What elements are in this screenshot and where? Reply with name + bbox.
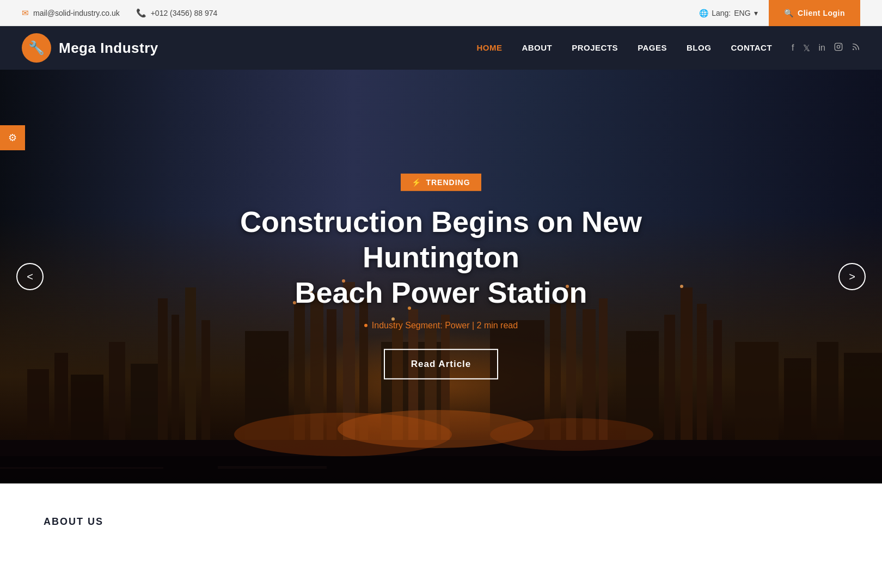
svg-rect-7 (71, 375, 103, 440)
read-article-button[interactable]: Read Article (384, 349, 499, 379)
nav-links: HOME ABOUT PROJECTS PAGES BLOG CONTACT (476, 43, 772, 53)
nav-item-about[interactable]: ABOUT (522, 43, 552, 53)
nav-item-blog[interactable]: BLOG (687, 43, 711, 53)
svg-rect-13 (201, 320, 210, 440)
svg-rect-6 (54, 353, 68, 440)
svg-rect-34 (713, 320, 722, 440)
svg-point-1 (837, 45, 840, 48)
client-login-label: Client Login (798, 9, 845, 17)
hero-meta: Industry Segment: Power | 2 min read (223, 321, 659, 330)
chevron-right-icon: > (849, 271, 855, 283)
nav-link-about[interactable]: ABOUT (522, 43, 552, 52)
svg-rect-31 (664, 315, 675, 440)
main-nav: 🔧 Mega Industry HOME ABOUT PROJECTS PAGE… (0, 26, 882, 70)
chevron-down-icon: ▾ (754, 9, 758, 17)
linkedin-icon[interactable]: in (819, 43, 825, 53)
read-article-label: Read Article (411, 359, 471, 369)
language-selector[interactable]: 🌐 Lang: ENG ▾ (699, 9, 757, 17)
slider-next-button[interactable]: > (838, 263, 866, 290)
svg-point-48 (680, 285, 683, 288)
svg-rect-33 (697, 304, 707, 440)
login-search-icon: 🔍 (784, 9, 794, 17)
phone-icon: 📞 (136, 8, 146, 18)
lang-current: ENG (734, 9, 750, 17)
hero-section: ⚡ TRENDING Construction Begins on New Hu… (0, 70, 882, 483)
svg-rect-9 (131, 364, 158, 440)
nav-link-contact[interactable]: CONTACT (731, 43, 772, 52)
svg-rect-10 (158, 298, 168, 440)
nav-item-pages[interactable]: PAGES (638, 43, 667, 53)
trending-label: TRENDING (426, 178, 470, 187)
top-bar-right: 🌐 Lang: ENG ▾ 🔍 Client Login (699, 0, 860, 26)
top-bar: ✉ mail@solid-industry.co.uk 📞 +012 (3456… (0, 0, 882, 26)
svg-rect-51 (218, 466, 327, 469)
svg-rect-49 (0, 456, 882, 483)
facebook-icon[interactable]: f (792, 43, 794, 53)
email-text: mail@solid-industry.co.uk (33, 9, 120, 17)
nav-link-projects[interactable]: PROJECTS (572, 43, 618, 52)
nav-link-blog[interactable]: BLOG (687, 43, 711, 52)
svg-rect-38 (844, 353, 882, 440)
svg-point-2 (840, 45, 841, 46)
hero-content: ⚡ TRENDING Construction Begins on New Hu… (223, 174, 659, 379)
svg-point-41 (490, 418, 653, 451)
nav-link-home[interactable]: HOME (476, 43, 502, 52)
phone-text: +012 (3456) 88 974 (151, 9, 218, 17)
logo-text: Mega Industry (59, 40, 158, 57)
hero-title-line2: Beach Power Station (295, 275, 587, 308)
email-icon: ✉ (22, 8, 29, 18)
svg-rect-32 (681, 287, 693, 440)
about-us-label: ABOUT US (44, 516, 103, 527)
svg-rect-50 (0, 467, 163, 469)
chevron-left-icon: < (27, 271, 33, 283)
svg-rect-35 (735, 342, 779, 440)
nav-link-pages[interactable]: PAGES (638, 43, 667, 52)
svg-rect-37 (817, 342, 838, 440)
rss-icon[interactable] (852, 42, 860, 53)
svg-point-3 (853, 48, 854, 50)
below-hero-section: ABOUT US (0, 483, 882, 549)
trending-badge: ⚡ TRENDING (401, 174, 481, 191)
lang-label: Lang: (712, 9, 731, 17)
hero-title-line1: Construction Begins on New Huntington (240, 205, 642, 273)
meta-dot (364, 324, 367, 327)
twitter-icon[interactable]: 𝕏 (803, 43, 810, 53)
settings-button[interactable]: ⚙ (0, 125, 25, 150)
social-icons: f 𝕏 in (792, 42, 860, 53)
svg-rect-36 (784, 358, 811, 440)
svg-rect-0 (835, 43, 842, 50)
instagram-icon[interactable] (834, 42, 843, 53)
logo-icon: 🔧 (22, 33, 51, 63)
settings-gear-icon: ⚙ (8, 132, 17, 144)
top-bar-contacts: ✉ mail@solid-industry.co.uk 📞 +012 (3456… (22, 8, 217, 18)
svg-rect-11 (171, 315, 179, 440)
hero-meta-text: Industry Segment: Power | 2 min read (372, 321, 518, 330)
phone-contact: 📞 +012 (3456) 88 974 (136, 8, 218, 18)
svg-rect-8 (109, 342, 125, 440)
slider-prev-button[interactable]: < (16, 263, 44, 290)
lightning-icon: ⚡ (412, 178, 421, 187)
svg-rect-5 (27, 369, 49, 440)
hero-title: Construction Begins on New Huntington Be… (223, 204, 659, 310)
nav-item-home[interactable]: HOME (476, 43, 502, 53)
email-contact: ✉ mail@solid-industry.co.uk (22, 8, 120, 18)
nav-item-projects[interactable]: PROJECTS (572, 43, 618, 53)
svg-rect-12 (185, 287, 196, 440)
logo-link[interactable]: 🔧 Mega Industry (22, 33, 158, 63)
client-login-button[interactable]: 🔍 Client Login (769, 0, 860, 26)
globe-icon: 🌐 (699, 9, 708, 17)
nav-item-contact[interactable]: CONTACT (731, 43, 772, 53)
